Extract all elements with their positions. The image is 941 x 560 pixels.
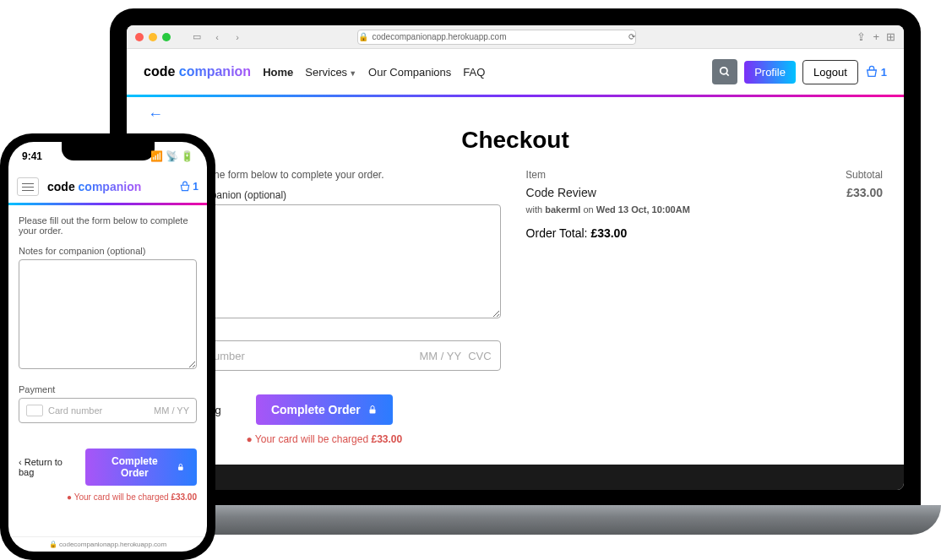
card-cvc: CVC — [468, 350, 491, 362]
item-header: Item — [526, 169, 546, 181]
forward-icon[interactable]: › — [230, 30, 245, 45]
bag-indicator[interactable]: 1 — [865, 65, 887, 79]
back-icon[interactable]: ‹ — [209, 30, 225, 45]
svg-point-0 — [721, 68, 727, 74]
phone-complete-button[interactable]: Complete Order — [85, 449, 197, 486]
wifi-icon: 📡 — [166, 150, 178, 162]
battery-icon: 🔋 — [181, 150, 193, 162]
order-summary: Item Subtotal Code Review £33.00 with ba… — [526, 169, 883, 445]
chevron-down-icon: ▼ — [349, 69, 356, 78]
item-name: Code Review — [526, 186, 596, 199]
card-icon — [26, 405, 43, 416]
search-icon — [719, 66, 731, 78]
svg-rect-3 — [178, 467, 183, 470]
page-title: Checkout — [148, 127, 883, 154]
lock-icon — [177, 463, 185, 471]
lock-icon: 🔒 — [358, 32, 368, 41]
phone-url-bar: 🔒 codecompanionapp.herokuapp.com — [8, 536, 207, 552]
svg-line-1 — [726, 73, 729, 76]
nav-faq[interactable]: FAQ — [463, 66, 485, 79]
profile-button[interactable]: Profile — [744, 61, 796, 84]
minimize-window-icon[interactable] — [149, 33, 157, 41]
close-window-icon[interactable] — [135, 33, 144, 41]
item-meta: with bakerml on Wed 13 Oct, 10:00AM — [526, 204, 883, 215]
card-expiry: MM / YY — [420, 350, 462, 362]
phone-mockup: 9:41 📶 📡 🔋 code companion 1 Please fill … — [0, 133, 215, 560]
complete-order-button[interactable]: Complete Order — [256, 394, 393, 425]
maximize-window-icon[interactable] — [162, 33, 171, 41]
phone-notes-label: Notes for companion (optional) — [19, 246, 197, 256]
logout-button[interactable]: Logout — [802, 60, 858, 84]
signal-icon: 📶 — [150, 150, 163, 162]
phone-return-link[interactable]: ‹ Return to bag — [19, 457, 79, 477]
footer-bar — [127, 465, 904, 490]
lock-icon — [367, 405, 378, 415]
phone-viewport: 9:41 📶 📡 🔋 code companion 1 Please fill … — [8, 142, 207, 552]
nav-home[interactable]: Home — [263, 66, 293, 79]
share-icon[interactable]: ⇪ — [857, 30, 866, 43]
phone-notch — [62, 142, 155, 160]
phone-logo[interactable]: code companion — [47, 180, 141, 193]
phone-instruction: Please fill out the form below to comple… — [19, 215, 197, 236]
nav-services[interactable]: Services▼ — [305, 66, 356, 79]
search-button[interactable] — [712, 59, 737, 84]
phone-bag-indicator[interactable]: 1 — [179, 181, 199, 193]
new-tab-icon[interactable]: + — [873, 30, 879, 43]
basket-icon — [179, 181, 191, 193]
checkout-content: ← Checkout Please fill out the form belo… — [127, 97, 904, 465]
phone-checkout-content: Please fill out the form below to comple… — [8, 205, 207, 536]
sidebar-toggle-icon[interactable]: ▭ — [189, 30, 204, 45]
phone-payment-label: Payment — [19, 384, 197, 394]
phone-charge-warning: ● Your card will be charged £33.00 — [19, 492, 197, 502]
basket-icon — [865, 65, 878, 79]
url-text: codecompanionapp.herokuapp.com — [372, 32, 506, 41]
laptop-screen-bezel: ▭ ‹ › 🔒 codecompanionapp.herokuapp.com ⟳… — [110, 8, 921, 507]
refresh-icon[interactable]: ⟳ — [628, 32, 635, 41]
url-bar[interactable]: 🔒 codecompanionapp.herokuapp.com ⟳ — [357, 30, 636, 45]
laptop-viewport: ▭ ‹ › 🔒 codecompanionapp.herokuapp.com ⟳… — [127, 25, 904, 490]
phone-card-input[interactable]: Card number MM / YY — [19, 398, 197, 423]
nav-companions[interactable]: Our Companions — [368, 66, 451, 79]
phone-app-header: code companion 1 — [8, 171, 207, 205]
subtotal-header: Subtotal — [846, 169, 883, 181]
svg-rect-2 — [369, 410, 375, 414]
back-arrow-icon[interactable]: ← — [148, 106, 883, 123]
phone-time: 9:41 — [22, 150, 42, 162]
phone-notes-textarea[interactable] — [19, 259, 197, 369]
logo[interactable]: code companion — [144, 64, 251, 79]
tabs-icon[interactable]: ⊞ — [886, 30, 895, 43]
browser-chrome: ▭ ‹ › 🔒 codecompanionapp.herokuapp.com ⟳… — [127, 25, 904, 49]
app-header: code companion Home Services▼ Our Compan… — [127, 49, 904, 97]
hamburger-menu[interactable] — [17, 177, 39, 196]
item-price: £33.00 — [846, 186, 883, 199]
order-total: Order Total: £33.00 — [526, 226, 883, 240]
